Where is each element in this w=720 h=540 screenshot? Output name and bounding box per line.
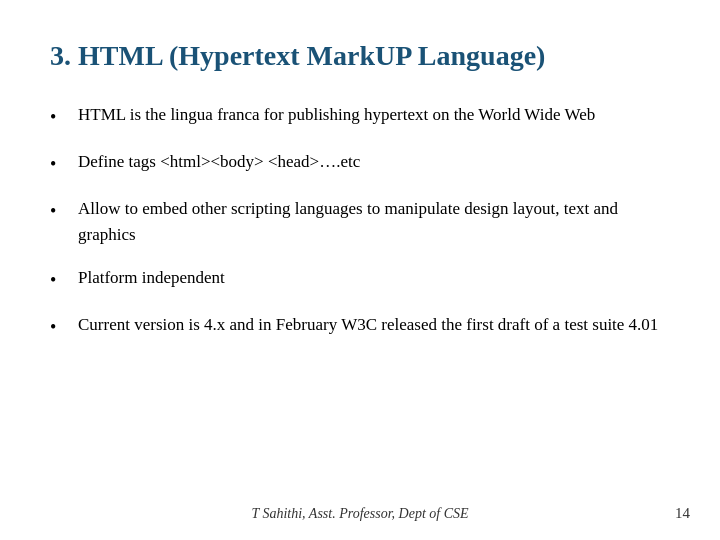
bullet-dot: • (50, 198, 70, 225)
list-item: • Platform independent (50, 265, 670, 294)
bullet-list: • HTML is the lingua franca for publishi… (50, 102, 670, 341)
list-item: • Current version is 4.x and in February… (50, 312, 670, 341)
bullet-text: Current version is 4.x and in February W… (78, 312, 670, 338)
list-item: • Allow to embed other scripting languag… (50, 196, 670, 247)
bullet-text: Allow to embed other scripting languages… (78, 196, 670, 247)
slide-container: 3. HTML (Hypertext MarkUP Language) • HT… (0, 0, 720, 540)
bullet-text: Define tags <html><body> <head>….etc (78, 149, 670, 175)
bullet-dot: • (50, 151, 70, 178)
bullet-dot: • (50, 267, 70, 294)
footer-text: T Sahithi, Asst. Professor, Dept of CSE (251, 506, 468, 522)
footer: T Sahithi, Asst. Professor, Dept of CSE (0, 506, 720, 522)
page-number: 14 (675, 505, 690, 522)
bullet-dot: • (50, 314, 70, 341)
bullet-text: HTML is the lingua franca for publishing… (78, 102, 670, 128)
list-item: • Define tags <html><body> <head>….etc (50, 149, 670, 178)
slide-title: 3. HTML (Hypertext MarkUP Language) (50, 40, 670, 72)
list-item: • HTML is the lingua franca for publishi… (50, 102, 670, 131)
bullet-dot: • (50, 104, 70, 131)
bullet-text: Platform independent (78, 265, 670, 291)
